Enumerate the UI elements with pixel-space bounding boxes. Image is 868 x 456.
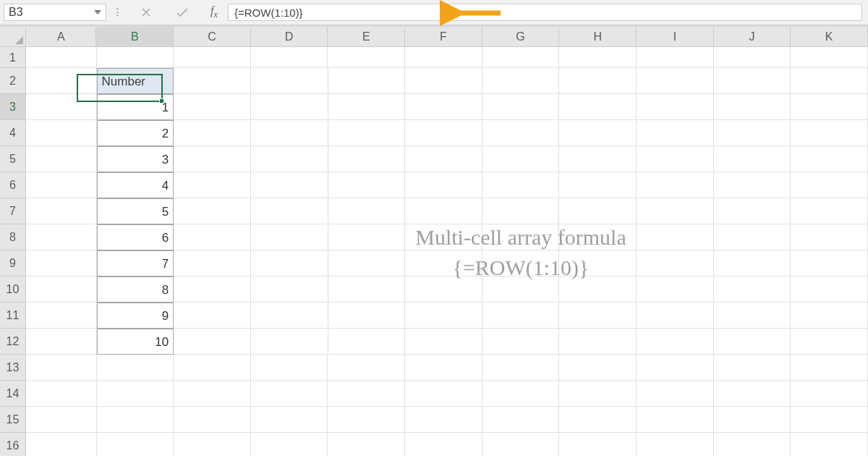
cell-F2[interactable] (405, 68, 482, 94)
cell-A15[interactable] (26, 407, 97, 433)
cell-E15[interactable] (328, 407, 405, 433)
cell-F1[interactable] (405, 47, 482, 68)
row-header-5[interactable]: 5 (0, 146, 25, 172)
cell-B1[interactable] (97, 47, 174, 68)
cell-B5[interactable]: 3 (97, 146, 174, 172)
cell-E7[interactable] (328, 198, 406, 224)
cell-K3[interactable] (791, 94, 868, 120)
cell-H4[interactable] (559, 120, 637, 146)
cell-J1[interactable] (714, 47, 791, 68)
cell-A12[interactable] (26, 329, 97, 355)
cell-B7[interactable]: 5 (97, 198, 174, 224)
cell-C9[interactable] (174, 250, 251, 276)
cell-H1[interactable] (559, 47, 637, 68)
cell-A1[interactable] (26, 47, 97, 68)
cell-J12[interactable] (714, 329, 791, 355)
cell-D3[interactable] (251, 94, 328, 120)
cell-A11[interactable] (26, 303, 97, 329)
cell-H7[interactable] (559, 198, 637, 224)
row-header-4[interactable]: 4 (0, 120, 25, 146)
cell-E3[interactable] (328, 94, 406, 120)
cell-G2[interactable] (482, 68, 560, 94)
row-header-11[interactable]: 11 (0, 303, 25, 329)
cell-K11[interactable] (791, 303, 868, 329)
cell-A5[interactable] (26, 146, 97, 172)
cell-J10[interactable] (714, 276, 791, 303)
cell-D15[interactable] (251, 407, 328, 433)
insert-function-button[interactable]: fx (200, 0, 228, 25)
cell-K9[interactable] (791, 250, 868, 276)
cell-K1[interactable] (791, 47, 868, 68)
cell-B8[interactable]: 6 (97, 224, 174, 250)
cell-K5[interactable] (791, 146, 868, 172)
row-header-15[interactable]: 15 (0, 407, 25, 433)
cell-H15[interactable] (559, 407, 637, 433)
cell-D5[interactable] (251, 146, 328, 172)
cell-C1[interactable] (174, 47, 251, 68)
cell-J15[interactable] (714, 407, 791, 433)
cell-F7[interactable] (405, 198, 482, 224)
cell-C14[interactable] (174, 381, 251, 407)
formula-input[interactable]: {=ROW(1:10)} (228, 4, 862, 21)
cell-A16[interactable] (26, 433, 97, 456)
name-box[interactable]: B3 (4, 4, 106, 21)
column-header-C[interactable]: C (174, 27, 251, 46)
cell-D7[interactable] (251, 198, 328, 224)
cell-B2[interactable]: Number (97, 68, 174, 94)
cell-G5[interactable] (482, 146, 560, 172)
cell-E5[interactable] (328, 146, 406, 172)
cell-C12[interactable] (174, 329, 251, 355)
column-header-K[interactable]: K (791, 27, 868, 46)
cell-G11[interactable] (482, 303, 560, 329)
cell-I6[interactable] (637, 172, 714, 198)
cell-E13[interactable] (328, 355, 405, 381)
cell-K12[interactable] (791, 329, 868, 355)
cell-J8[interactable] (714, 224, 791, 250)
cell-F14[interactable] (405, 381, 482, 407)
cell-G13[interactable] (482, 355, 560, 381)
cell-D10[interactable] (251, 276, 328, 303)
cell-B14[interactable] (97, 381, 174, 407)
cell-I3[interactable] (637, 94, 714, 120)
row-header-8[interactable]: 8 (0, 224, 25, 250)
cell-K8[interactable] (791, 224, 868, 250)
column-header-E[interactable]: E (328, 27, 405, 46)
cell-D8[interactable] (251, 224, 328, 250)
cell-A7[interactable] (26, 198, 97, 224)
cell-D14[interactable] (251, 381, 328, 407)
cell-D6[interactable] (251, 172, 328, 198)
cell-B3[interactable]: 1 (97, 94, 174, 120)
cell-J2[interactable] (714, 68, 791, 94)
cell-C13[interactable] (174, 355, 251, 381)
row-header-12[interactable]: 12 (0, 329, 25, 355)
cell-D12[interactable] (251, 329, 328, 355)
cell-I13[interactable] (637, 355, 714, 381)
enter-button[interactable] (164, 0, 200, 25)
cell-H14[interactable] (559, 381, 637, 407)
cell-C6[interactable] (174, 172, 251, 198)
cell-J16[interactable] (714, 433, 791, 456)
cell-B4[interactable]: 2 (97, 120, 174, 146)
cell-J6[interactable] (714, 172, 791, 198)
cell-G6[interactable] (482, 172, 560, 198)
cell-G3[interactable] (482, 94, 560, 120)
cell-I7[interactable] (637, 198, 714, 224)
column-header-I[interactable]: I (637, 27, 714, 46)
cell-E1[interactable] (328, 47, 405, 68)
cell-K4[interactable] (791, 120, 868, 146)
cell-F4[interactable] (405, 120, 482, 146)
cell-A10[interactable] (26, 276, 97, 303)
cell-C5[interactable] (174, 146, 251, 172)
select-all-button[interactable] (0, 27, 26, 47)
cell-G7[interactable] (482, 198, 560, 224)
column-header-B[interactable]: B (96, 27, 174, 46)
cell-K13[interactable] (791, 355, 868, 381)
cell-I12[interactable] (637, 329, 714, 355)
cell-C16[interactable] (174, 433, 251, 456)
cell-J4[interactable] (714, 120, 791, 146)
cell-C7[interactable] (174, 198, 251, 224)
cell-E14[interactable] (328, 381, 405, 407)
cell-B9[interactable]: 7 (97, 250, 174, 276)
row-header-13[interactable]: 13 (0, 355, 25, 381)
cell-A6[interactable] (26, 172, 97, 198)
